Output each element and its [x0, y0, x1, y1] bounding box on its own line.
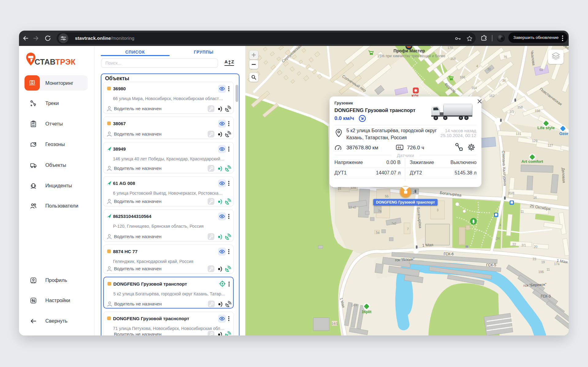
svg-text:6a: 6a — [539, 68, 543, 72]
svg-text:164: 164 — [471, 86, 477, 90]
svg-text:5Б: 5Б — [385, 194, 389, 198]
svg-text:5а: 5а — [376, 230, 379, 234]
svg-text:17а: 17а — [554, 262, 560, 266]
svg-text:156: 156 — [535, 109, 540, 113]
svg-text:76: 76 — [503, 55, 507, 59]
svg-text:19Б: 19Б — [538, 270, 544, 274]
svg-text:129: 129 — [532, 139, 537, 143]
svg-text:30: 30 — [487, 67, 491, 71]
svg-text:19: 19 — [541, 260, 545, 264]
svg-text:Деловая: Деловая — [561, 168, 566, 183]
svg-text:4: 4 — [499, 223, 501, 227]
svg-text:16plit: 16plit — [362, 310, 371, 314]
svg-text:15: 15 — [337, 187, 341, 190]
svg-text:20: 20 — [534, 245, 537, 249]
svg-text:7: 7 — [407, 227, 409, 231]
svg-text:16: 16 — [533, 196, 537, 199]
svg-text:ГСК-3: ГСК-3 — [541, 294, 551, 298]
svg-text:127: 127 — [548, 144, 553, 147]
svg-text:ГСК-5: ГСК-5 — [486, 263, 496, 267]
svg-text:13 к2: 13 к2 — [348, 205, 356, 209]
svg-text:23: 23 — [533, 257, 536, 261]
svg-text:Ozor: Ozor — [559, 131, 568, 136]
svg-text:24: 24 — [496, 237, 500, 240]
svg-text:2/1: 2/1 — [510, 110, 514, 114]
svg-text:Профи Мастер: Профи Мастер — [394, 48, 425, 53]
svg-text:7к2: 7к2 — [391, 222, 396, 225]
svg-text:131: 131 — [516, 132, 521, 136]
svg-text:22: 22 — [512, 242, 516, 246]
svg-text:14/4: 14/4 — [351, 303, 358, 307]
svg-text:1: 1 — [413, 190, 414, 194]
svg-text:4: 4 — [476, 64, 478, 68]
svg-text:1 Мая: 1 Мая — [422, 242, 433, 248]
svg-text:14/1: 14/1 — [332, 322, 338, 325]
svg-text:36: 36 — [502, 79, 506, 82]
svg-text:Life style: Life style — [537, 125, 555, 130]
svg-text:Art comfort: Art comfort — [522, 159, 543, 164]
svg-text:15% при химчистке трех вещей и: 15% при химчистке трех вещей и более — [377, 54, 446, 58]
svg-text:3: 3 — [437, 208, 439, 212]
svg-text:162: 162 — [489, 94, 495, 98]
svg-text:168: 168 — [450, 57, 456, 61]
svg-text:2/1: 2/1 — [522, 243, 526, 247]
svg-text:158: 158 — [517, 105, 523, 109]
svg-text:7а: 7а — [378, 209, 382, 213]
svg-text:166: 166 — [460, 75, 465, 79]
svg-text:170: 170 — [447, 46, 453, 50]
svg-text:11: 11 — [547, 268, 550, 271]
svg-text:ГСК-6: ГСК-6 — [444, 252, 454, 256]
svg-text:11: 11 — [521, 210, 524, 213]
svg-text:20/8: 20/8 — [508, 191, 514, 195]
